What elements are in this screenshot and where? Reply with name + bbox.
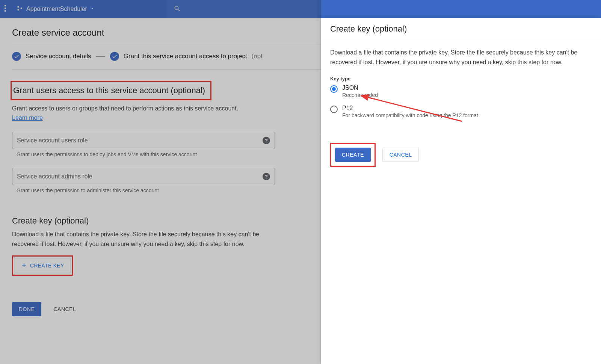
- create-key-panel: Create key (optional) Download a file th…: [321, 18, 601, 364]
- panel-cancel-button[interactable]: CANCEL: [382, 148, 419, 162]
- create-key-button[interactable]: CREATE KEY: [15, 258, 71, 273]
- annotation-highlight-create-key: CREATE KEY: [12, 255, 73, 276]
- panel-title: Create key (optional): [330, 24, 592, 34]
- menu-icon[interactable]: [5, 5, 12, 13]
- plus-icon: [21, 262, 27, 269]
- help-icon[interactable]: ?: [263, 137, 270, 144]
- project-icon: [17, 5, 23, 13]
- json-option-title: JSON: [342, 85, 378, 91]
- annotation-highlight-heading: Grant users access to this service accou…: [11, 81, 211, 100]
- step-2-label: Grant this service account access to pro…: [124, 53, 247, 60]
- check-icon: [110, 52, 119, 61]
- radio-selected-icon: [330, 85, 338, 93]
- cancel-button[interactable]: CANCEL: [53, 306, 76, 312]
- key-type-p12-option[interactable]: P12 For backward compatibility with code…: [330, 105, 592, 118]
- project-name: AppointmentScheduler: [26, 6, 87, 12]
- key-type-label: Key type: [330, 76, 592, 82]
- create-key-button-label: CREATE KEY: [30, 263, 64, 269]
- learn-more-link[interactable]: Learn more: [12, 115, 43, 121]
- search-icon: [174, 5, 181, 14]
- panel-header: Create key (optional): [321, 18, 601, 40]
- svg-point-4: [17, 9, 19, 11]
- help-icon[interactable]: ?: [263, 173, 270, 180]
- create-key-desc: Download a file that contains the privat…: [12, 230, 275, 249]
- admins-role-input[interactable]: Service account admins role ?: [12, 168, 275, 185]
- step-2-suffix: (opt: [252, 53, 263, 60]
- grant-access-heading: Grant users access to this service accou…: [13, 86, 205, 95]
- svg-rect-0: [5, 5, 6, 6]
- svg-rect-2: [5, 10, 6, 12]
- radio-unselected-icon: [330, 106, 338, 113]
- svg-point-3: [17, 6, 19, 8]
- stepper-divider: [96, 56, 106, 57]
- panel-desc: Download a file that contains the privat…: [330, 48, 592, 67]
- users-role-placeholder: Service account users role: [17, 137, 88, 144]
- annotation-highlight-create: CREATE: [330, 143, 376, 167]
- done-button[interactable]: DONE: [12, 302, 41, 316]
- svg-rect-1: [5, 8, 6, 9]
- project-picker[interactable]: AppointmentScheduler: [12, 5, 99, 13]
- svg-point-5: [21, 8, 23, 9]
- p12-option-title: P12: [342, 105, 478, 112]
- users-role-input[interactable]: Service account users role ?: [12, 132, 275, 149]
- json-option-sub: Recommended: [342, 92, 378, 98]
- admins-role-placeholder: Service account admins role: [17, 173, 92, 180]
- search-bar[interactable]: [167, 0, 317, 18]
- p12-option-sub: For backward compatibility with code usi…: [342, 112, 478, 118]
- check-icon: [12, 52, 21, 61]
- chevron-down-icon: [90, 6, 95, 12]
- top-bar: AppointmentScheduler: [0, 0, 601, 18]
- step-1-label: Service account details: [26, 53, 91, 60]
- panel-create-button[interactable]: CREATE: [335, 148, 371, 162]
- key-type-json-option[interactable]: JSON Recommended: [330, 85, 592, 98]
